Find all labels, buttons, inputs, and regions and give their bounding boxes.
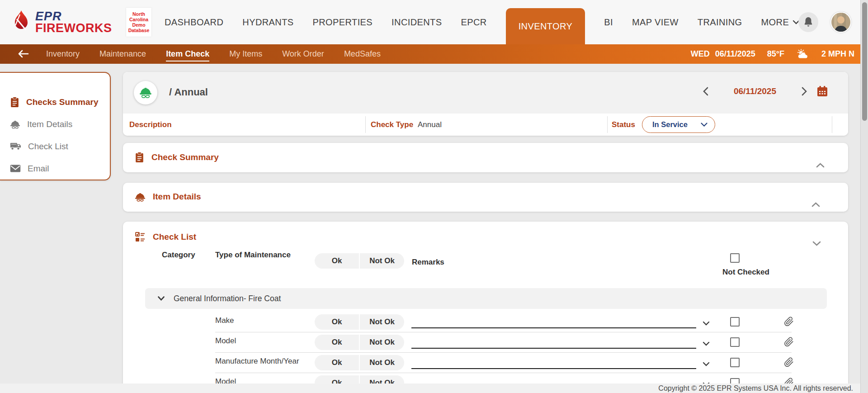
sidebar-item-label: Check List: [28, 142, 68, 152]
subtab-inventory[interactable]: Inventory: [36, 44, 90, 64]
ok-header-button[interactable]: Ok: [315, 253, 359, 269]
scrollbar-thumb[interactable]: [862, 2, 867, 121]
nav-map-view[interactable]: MAP VIEW: [632, 17, 679, 28]
header-ok-notok-buttons: Ok Not Ok: [315, 253, 404, 269]
not-ok-button[interactable]: Not Ok: [360, 355, 404, 370]
subtab-item-check-active[interactable]: Item Check: [156, 44, 219, 64]
sidebar-item-label: Email: [28, 164, 49, 174]
sub-tabs: Inventory Maintenance Item Check My Item…: [36, 44, 391, 64]
attachment-icon[interactable]: [784, 316, 794, 329]
ok-button[interactable]: Ok: [315, 355, 359, 370]
status-label: Status: [612, 120, 635, 129]
not-checked-all-checkbox[interactable]: [730, 253, 740, 263]
main-navigation: DASHBOARD HYDRANTS PROPERTIES INCIDENTS …: [165, 0, 800, 44]
nav-bi[interactable]: BI: [604, 17, 613, 28]
check-list-title: Check List: [153, 232, 196, 242]
previous-date-button[interactable]: [703, 87, 708, 96]
expand-check-list-button[interactable]: [812, 240, 821, 248]
ok-button[interactable]: Ok: [315, 335, 359, 350]
chevron-down-icon: [701, 123, 708, 127]
next-date-button[interactable]: [802, 87, 807, 96]
breadcrumb: / Annual: [169, 86, 208, 98]
status-select[interactable]: In Service: [642, 116, 715, 133]
sidebar-item-check-list[interactable]: Check List: [0, 135, 110, 157]
logo[interactable]: EPR FIREWORKS: [11, 10, 112, 34]
subtab-medsafes[interactable]: MedSafes: [334, 44, 391, 64]
sidebar-item-email[interactable]: Email: [0, 157, 110, 180]
row-label: Model: [215, 336, 236, 346]
weekday: WED: [691, 49, 710, 59]
check-type-value: Annual: [418, 120, 442, 129]
attachment-icon[interactable]: [784, 336, 794, 349]
check-row-manufacture-month-year: Manufacture Month/Year Ok Not Ok: [123, 353, 848, 373]
date-navigator: 06/11/2025: [703, 85, 828, 97]
collapse-item-details-button[interactable]: [811, 201, 820, 209]
not-checked-label: Not Checked: [722, 268, 769, 277]
subtab-my-items[interactable]: My Items: [219, 44, 272, 64]
column-type-of-maintenance: Type of Maintenance: [215, 251, 291, 260]
calendar-picker-button[interactable]: [816, 85, 828, 97]
nav-properties[interactable]: PROPERTIES: [313, 17, 373, 28]
date-value: 06/11/2025: [715, 49, 755, 59]
not-ok-header-button[interactable]: Not Ok: [360, 253, 404, 269]
check-info-row: Description Check Type Annual Status In …: [123, 114, 848, 136]
chevron-up-icon: [816, 163, 825, 168]
sidebar-item-label: Checks Summary: [26, 97, 98, 107]
checks-sidebar: Checks Summary Item Details Check List: [0, 72, 111, 180]
check-list-section: Check List Category Type of Maintenance …: [123, 222, 848, 393]
brand-fireworks: FIREWORKS: [35, 22, 112, 34]
sidebar-item-checks-summary[interactable]: Checks Summary: [0, 91, 110, 113]
remarks-input[interactable]: [411, 368, 696, 369]
nav-more[interactable]: MORE: [761, 17, 800, 28]
copyright-text: Copyright © 2025 EPR Systems USA Inc. Al…: [658, 384, 853, 393]
check-summary-title: Check Summary: [151, 152, 219, 162]
remarks-input[interactable]: [411, 327, 696, 328]
row-label: Manufacture Month/Year: [215, 357, 299, 366]
group-general-information-fire-coat[interactable]: General Information- Fire Coat: [145, 288, 827, 309]
check-type-label: Check Type: [371, 120, 413, 129]
not-ok-button[interactable]: Not Ok: [360, 335, 404, 350]
nav-epcr[interactable]: EPCR: [461, 17, 486, 28]
ok-button[interactable]: Ok: [315, 314, 359, 330]
chevron-down-icon: [812, 241, 821, 246]
check-list-rows: Make Ok Not Ok Model Ok N: [123, 312, 848, 393]
avatar-photo: [831, 13, 850, 32]
notifications-button[interactable]: [798, 12, 818, 32]
column-remarks: Remarks: [412, 258, 444, 267]
not-checked-checkbox[interactable]: [730, 358, 740, 367]
copyright-footer: Copyright © 2025 EPR Systems USA Inc. Al…: [0, 384, 860, 393]
arrow-left-icon: [17, 49, 29, 58]
chevron-left-icon: [703, 87, 708, 96]
back-button[interactable]: [17, 49, 29, 60]
clipboard-icon: [10, 97, 19, 108]
chevron-right-icon: [802, 87, 807, 96]
remarks-expand-chevron-icon[interactable]: [703, 360, 710, 368]
subtab-maintenance[interactable]: Maintenance: [90, 44, 156, 64]
checklist-icon: [135, 232, 146, 242]
sidebar-item-label: Item Details: [27, 119, 72, 129]
sidebar-item-item-details[interactable]: Item Details: [0, 113, 110, 135]
column-category: Category: [162, 251, 195, 260]
subtab-work-order[interactable]: Work Order: [272, 44, 334, 64]
page-scrollbar: [860, 0, 868, 393]
check-row-make: Make Ok Not Ok: [123, 312, 848, 332]
user-avatar[interactable]: [830, 12, 851, 33]
check-row-model: Model Ok Not Ok: [123, 332, 848, 353]
remarks-expand-chevron-icon[interactable]: [703, 319, 710, 327]
nav-dashboard[interactable]: DASHBOARD: [165, 17, 223, 28]
not-checked-checkbox[interactable]: [730, 337, 740, 347]
database-badge: North Carolina Demo Database: [126, 8, 151, 37]
nav-training[interactable]: TRAINING: [698, 17, 742, 28]
nav-hydrants[interactable]: HYDRANTS: [242, 17, 293, 28]
remarks-expand-chevron-icon[interactable]: [703, 340, 710, 348]
fire-truck-icon: [10, 142, 21, 151]
collapse-check-summary-button[interactable]: [816, 161, 825, 170]
nav-more-label: MORE: [761, 17, 789, 28]
calendar-icon: [816, 85, 828, 97]
remarks-input[interactable]: [411, 348, 696, 349]
nav-inventory-active[interactable]: INVENTORY: [506, 8, 585, 44]
not-checked-checkbox[interactable]: [730, 317, 740, 327]
not-ok-button[interactable]: Not Ok: [360, 314, 404, 330]
nav-incidents[interactable]: INCIDENTS: [392, 17, 442, 28]
attachment-icon[interactable]: [784, 357, 794, 369]
